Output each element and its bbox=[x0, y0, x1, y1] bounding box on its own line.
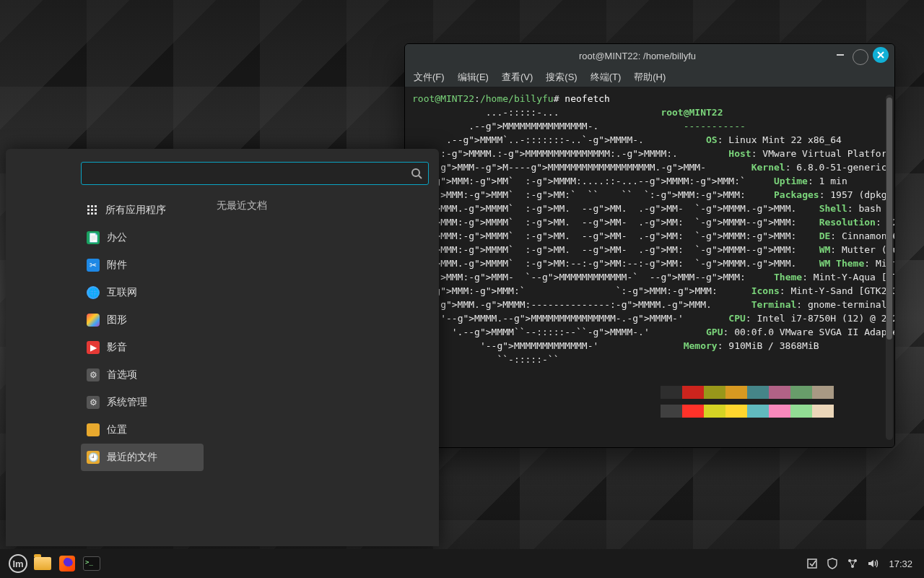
term-menu-item[interactable]: 文件(F) bbox=[414, 71, 445, 84]
category-prefs[interactable]: ⚙首选项 bbox=[81, 361, 204, 389]
menu-categories: 所有应用程序📄办公✂附件🌐互联网图形▶影音⚙首选项⚙系统管理位置🕘最近的文件 bbox=[81, 197, 204, 539]
svg-rect-19 bbox=[87, 212, 90, 215]
category-graphics[interactable]: 图形 bbox=[81, 306, 204, 334]
category-label: 位置 bbox=[107, 423, 127, 436]
scrollbar-thumb[interactable] bbox=[886, 98, 892, 340]
category-admin[interactable]: ⚙系统管理 bbox=[81, 389, 204, 416]
search-icon bbox=[411, 168, 422, 179]
window-maximize-button[interactable] bbox=[853, 49, 868, 65]
category-all[interactable]: 所有应用程序 bbox=[81, 197, 204, 224]
category-label: 互联网 bbox=[107, 286, 137, 299]
taskbar-terminal[interactable] bbox=[82, 554, 101, 573]
category-label: 最近的文件 bbox=[107, 451, 157, 464]
svg-rect-21 bbox=[95, 212, 97, 215]
terminal-window: root@MINT22: /home/billyfu 文件(F)编辑(E)查看(… bbox=[404, 43, 895, 448]
taskbar: lm 17:32 bbox=[0, 549, 924, 578]
category-recent[interactable]: 🕘最近的文件 bbox=[81, 444, 204, 471]
term-menu-item[interactable]: 编辑(E) bbox=[458, 71, 489, 84]
category-places[interactable]: 位置 bbox=[81, 416, 204, 444]
category-label: 附件 bbox=[107, 259, 127, 272]
svg-rect-17 bbox=[91, 209, 93, 211]
svg-rect-16 bbox=[87, 209, 90, 211]
window-titlebar[interactable]: root@MINT22: /home/billyfu bbox=[405, 44, 894, 67]
window-title: root@MINT22: /home/billyfu bbox=[448, 51, 827, 61]
menu-button[interactable]: lm bbox=[9, 554, 27, 573]
scrollbar[interactable] bbox=[886, 95, 893, 440]
search-input[interactable] bbox=[87, 168, 411, 179]
menu-results-empty: 无最近文档 bbox=[204, 197, 429, 539]
category-internet[interactable]: 🌐互联网 bbox=[81, 279, 204, 306]
svg-rect-14 bbox=[91, 205, 93, 207]
svg-rect-15 bbox=[95, 205, 97, 207]
category-label: 办公 bbox=[107, 231, 127, 244]
svg-rect-22 bbox=[808, 559, 816, 568]
menu-search[interactable] bbox=[81, 162, 429, 185]
category-accessories[interactable]: ✂附件 bbox=[81, 251, 204, 279]
svg-rect-18 bbox=[95, 209, 97, 211]
window-minimize-button[interactable] bbox=[832, 47, 848, 63]
taskbar-files[interactable] bbox=[33, 554, 52, 573]
term-menu-item[interactable]: 查看(V) bbox=[502, 71, 533, 84]
category-label: 首选项 bbox=[107, 368, 137, 381]
tray-volume-icon[interactable] bbox=[865, 556, 881, 571]
term-menu-item[interactable]: 搜索(S) bbox=[546, 71, 577, 84]
clock[interactable]: 17:32 bbox=[889, 558, 912, 569]
term-menu-item[interactable]: 终端(T) bbox=[590, 71, 622, 84]
tray-network-icon[interactable] bbox=[845, 556, 860, 571]
svg-rect-20 bbox=[91, 212, 93, 215]
tray-updates-icon[interactable] bbox=[804, 556, 820, 571]
term-menu-item[interactable]: 帮助(H) bbox=[634, 71, 666, 84]
category-office[interactable]: 📄办公 bbox=[81, 224, 204, 251]
category-label: 影音 bbox=[107, 341, 127, 354]
tray-firewall-icon[interactable] bbox=[824, 556, 840, 571]
terminal-menubar: 文件(F)编辑(E)查看(V)搜索(S)终端(T)帮助(H) bbox=[405, 67, 894, 87]
svg-rect-13 bbox=[87, 205, 90, 207]
category-av[interactable]: ▶影音 bbox=[81, 334, 204, 361]
terminal-body[interactable]: root@MINT22:/home/billyfu# neofetch ...-… bbox=[405, 87, 894, 447]
taskbar-firefox[interactable] bbox=[58, 554, 77, 573]
start-menu: 所有应用程序📄办公✂附件🌐互联网图形▶影音⚙首选项⚙系统管理位置🕘最近的文件 无… bbox=[6, 149, 439, 546]
category-label: 图形 bbox=[107, 314, 127, 327]
window-close-button[interactable] bbox=[873, 47, 889, 63]
svg-point-12 bbox=[412, 169, 419, 176]
category-label: 所有应用程序 bbox=[105, 204, 166, 217]
category-label: 系统管理 bbox=[107, 396, 147, 409]
